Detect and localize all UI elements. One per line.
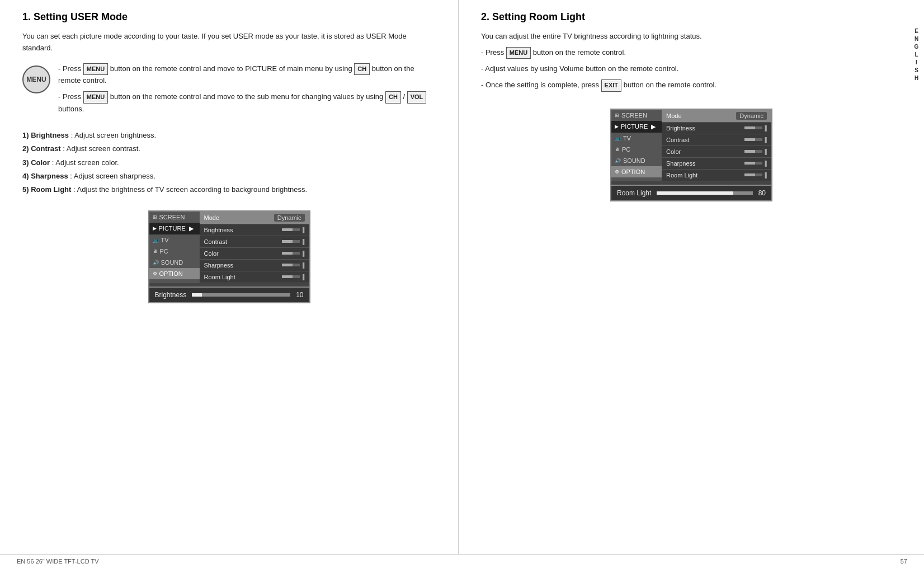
right-bottom-bar: Room Light 80 [611, 185, 771, 200]
right-sidebar-sound: 🔊 SOUND [611, 155, 662, 166]
right-sidebar-option: ⚙ OPTION [611, 166, 662, 177]
left-title: 1. Setting USER Mode [22, 11, 436, 23]
right-brightness-row: Brightness ▐ [662, 123, 771, 134]
sidebar-option: ⚙ OPTION [149, 268, 200, 279]
instruction-text: - Press MENU button on the remote contro… [58, 63, 436, 120]
right-sidebar-pc: 🖥 PC [611, 144, 662, 155]
list-items: 1) Brightness : Adjust screen brightness… [22, 129, 436, 195]
right-mode-value: Dynamic [736, 112, 767, 120]
left-color-row: Color ▐ [200, 248, 309, 260]
instr-line-1: - Press MENU button on the remote contro… [58, 63, 436, 87]
left-menu-content: Mode Dynamic Brightness ▐ Contrast ▐ C [200, 212, 309, 283]
left-sidebar: ⊞ SCREEN ▶ PICTURE ▶ 📺 TV 🖥 PC 🔊 SOUN [149, 212, 200, 283]
right-sidebar-screen: ⊞ SCREEN [611, 110, 662, 121]
left-slider-value: 10 [296, 291, 303, 299]
sidebar-pc: 🖥 PC [149, 246, 200, 257]
right-roomlight-row: Room Light ▐ [662, 170, 771, 181]
menu-box-2: MENU [83, 91, 108, 104]
left-slider-fill [192, 293, 202, 297]
list-item-5: 5) Room Light : Adjust the brightness of… [22, 184, 436, 196]
list-item-3: 3) Color : Adjust screen color. [22, 157, 436, 169]
left-color-label: Color [204, 250, 219, 257]
right-title: 2. Setting Room Light [481, 11, 902, 23]
left-contrast-label: Contrast [204, 238, 228, 245]
sidebar-picture: ▶ PICTURE ▶ [149, 223, 200, 234]
right-sidebar: ⊞ SCREEN ▶ PICTURE ▶ 📺 TV 🖥 PC 🔊 SOUN [611, 110, 662, 181]
right-contrast-row: Contrast ▐ [662, 134, 771, 146]
left-intro: You can set each picture mode according … [22, 31, 436, 54]
list-item-2: 2) Contrast : Adjust screen contrast. [22, 143, 436, 155]
left-contrast-row: Contrast ▐ [200, 236, 309, 248]
left-sharpness-label: Sharpness [204, 262, 234, 269]
menu-icon: MENU [22, 65, 50, 93]
left-roomlight-row: Room Light ▐ [200, 271, 309, 283]
right-mode-row: Mode Dynamic [662, 110, 771, 123]
right-slider-track [657, 191, 752, 195]
right-contrast-label: Contrast [666, 137, 690, 143]
left-sharpness-row: Sharpness ▐ [200, 260, 309, 271]
exit-box: EXIT [601, 79, 621, 92]
instr-line-2: - Press MENU button on the remote contro… [58, 91, 436, 115]
left-brightness-label: Brightness [204, 227, 233, 233]
right-color-label: Color [666, 148, 681, 155]
right-sharpness-label: Sharpness [666, 160, 696, 167]
ch-box-2: CH [385, 91, 401, 104]
sidebar-screen: ⊞ SCREEN [149, 212, 200, 223]
right-brightness-label: Brightness [666, 125, 695, 132]
left-mode-value: Dynamic [274, 214, 305, 222]
list-item-4: 4) Sharpness : Adjust screen sharpness. [22, 170, 436, 182]
right-step-2: - Adjust values by using Volume button o… [481, 63, 902, 75]
left-roomlight-label: Room Light [204, 274, 235, 280]
footer-left: EN 56 26" WIDE TFT-LCD TV [17, 558, 99, 565]
left-bottom-label: Brightness [155, 291, 187, 299]
vol-box: VOL [407, 91, 427, 104]
list-item-1: 1) Brightness : Adjust screen brightness… [22, 129, 436, 142]
right-bottom-label: Room Light [617, 189, 651, 197]
right-sidebar-tv: 📺 TV [611, 133, 662, 144]
sidebar-sound: 🔊 SOUND [149, 257, 200, 268]
english-label: ENGLISH [913, 28, 920, 83]
right-step-3: - Once the setting is complete, press EX… [481, 79, 902, 92]
right-intro: You can adjust the entire TV brightness … [481, 31, 902, 43]
footer-right: 57 [901, 558, 907, 565]
right-step-1: - Press MENU button on the remote contro… [481, 47, 902, 59]
left-tv-menu: ⊞ SCREEN ▶ PICTURE ▶ 📺 TV 🖥 PC 🔊 SOUN [148, 210, 310, 303]
ch-box-1: CH [354, 63, 370, 76]
right-sharpness-row: Sharpness ▐ [662, 158, 771, 170]
left-brightness-row: Brightness ▐ [200, 224, 309, 236]
right-roomlight-label: Room Light [666, 172, 697, 179]
right-section: 2. Setting Room Light You can adjust the… [459, 0, 924, 568]
right-color-row: Color ▐ [662, 146, 771, 158]
left-mode-row: Mode Dynamic [200, 212, 309, 224]
right-tv-menu: ⊞ SCREEN ▶ PICTURE ▶ 📺 TV 🖥 PC 🔊 SOUN [610, 109, 772, 201]
left-bottom-bar: Brightness 10 [149, 287, 309, 302]
menu-box-1: MENU [83, 63, 108, 76]
menu-box-right-1: MENU [506, 47, 531, 59]
right-slider-fill [657, 191, 733, 195]
instruction-block: MENU - Press MENU button on the remote c… [22, 63, 436, 120]
right-sidebar-picture: ▶ PICTURE ▶ [611, 121, 662, 133]
sidebar-tv: 📺 TV [149, 234, 200, 246]
right-menu-content: Mode Dynamic Brightness ▐ Contrast ▐ C [662, 110, 771, 181]
left-section: 1. Setting USER Mode You can set each pi… [0, 0, 459, 568]
right-slider-value: 80 [758, 189, 766, 197]
left-slider-track [192, 293, 290, 297]
